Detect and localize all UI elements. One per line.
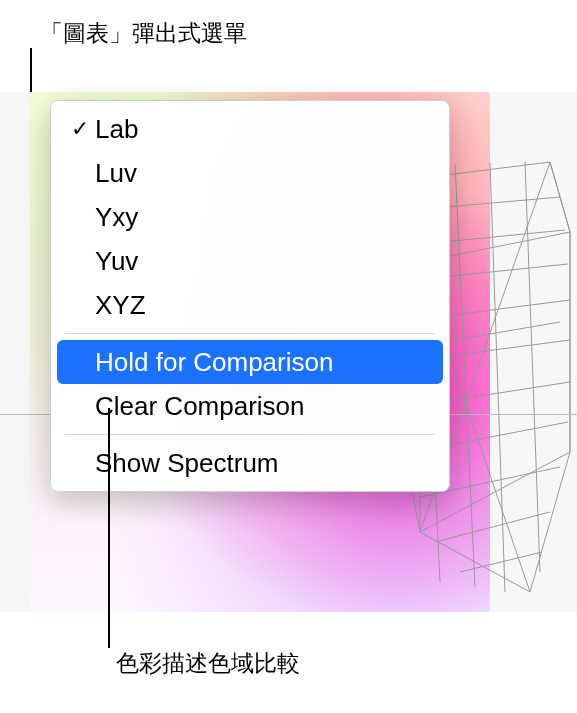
menu-item-lab[interactable]: ✓ Lab xyxy=(51,107,449,151)
callout-bottom-label: 色彩描述色域比較 xyxy=(116,648,300,679)
menu-item-hold-comparison[interactable]: Hold for Comparison xyxy=(57,340,443,384)
menu-separator xyxy=(65,333,435,334)
menu-item-label: Show Spectrum xyxy=(95,448,435,479)
callout-bottom-leader xyxy=(108,408,110,648)
menu-item-luv[interactable]: Luv xyxy=(51,151,449,195)
menu-item-label: Hold for Comparison xyxy=(95,347,429,378)
checkmark-icon: ✓ xyxy=(65,116,95,142)
svg-line-13 xyxy=(525,162,540,572)
menu-item-clear-comparison[interactable]: Clear Comparison xyxy=(51,384,449,428)
menu-item-show-spectrum[interactable]: Show Spectrum xyxy=(51,441,449,485)
menu-item-xyz[interactable]: XYZ xyxy=(51,283,449,327)
menu-item-label: Lab xyxy=(95,114,435,145)
callout-top-label: 「圖表」彈出式選單 xyxy=(40,18,247,49)
menu-item-yuv[interactable]: Yuv xyxy=(51,239,449,283)
menu-item-label: Yxy xyxy=(95,202,435,233)
chart-popup-menu[interactable]: ✓ Lab Luv Yxy Yuv XYZ Hold for Compariso… xyxy=(50,100,450,492)
menu-item-label: XYZ xyxy=(95,290,435,321)
menu-item-label: Luv xyxy=(95,158,435,189)
menu-item-label: Clear Comparison xyxy=(95,391,435,422)
svg-line-12 xyxy=(490,163,505,592)
callout-top-leader xyxy=(30,48,32,96)
menu-item-label: Yuv xyxy=(95,246,435,277)
menu-separator xyxy=(65,434,435,435)
menu-item-yxy[interactable]: Yxy xyxy=(51,195,449,239)
